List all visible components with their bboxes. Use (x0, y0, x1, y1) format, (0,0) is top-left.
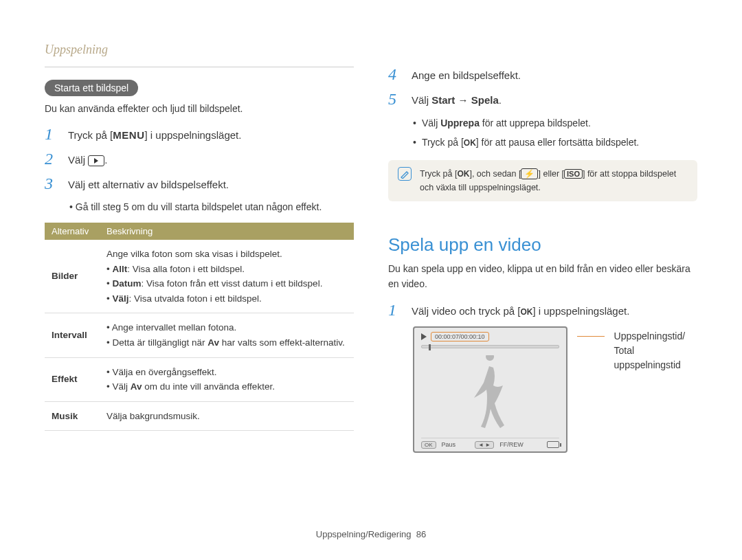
text: ] för att pausa eller fortsätta bildspel… (476, 137, 639, 148)
text: Detta är tillgängligt när (112, 337, 207, 348)
pencil-icon (400, 169, 409, 179)
spacer (388, 43, 697, 65)
lcd-figure: 00:00:07/00:00:10 OK Paus ◄ ► FF/REW Upp (413, 326, 697, 453)
subheading-pill: Starta ett bildspel (45, 80, 138, 96)
step-4: 4 Ange en bildspelseffekt. (388, 66, 697, 84)
opt-desc: Ange intervallet mellan fotona. Detta är… (100, 313, 354, 357)
play-icon (421, 333, 427, 340)
text: . (499, 94, 502, 106)
ok-icon: OK (520, 307, 532, 317)
sub-bullet: Gå till steg 5 om du vill starta bildspe… (69, 200, 354, 214)
text: Välj (68, 154, 88, 166)
text: Tryck på [ (420, 169, 457, 179)
table-row: Effekt Välja en övergångseffekt. Välj Av… (45, 357, 354, 401)
text: : Visa foton från ett visst datum i ett … (142, 278, 323, 289)
text: Tryck på [ (68, 129, 113, 141)
text: ] i uppspelningsläget. (144, 129, 241, 141)
opt-name: Bilder (45, 240, 100, 313)
flash-icon: ⚡ (521, 168, 538, 179)
text: : Visa alla foton i ett bildspel. (127, 264, 245, 274)
iso-icon: ISO (564, 169, 583, 179)
section-heading: Spela upp en video (388, 234, 697, 256)
text: om du inte vill använda effekter. (142, 381, 275, 392)
text: har valts som effekt-alternativ. (219, 337, 345, 348)
section-desc: Du kan spela upp en video, klippa ut en … (388, 261, 697, 292)
list-item: Detta är tillgängligt när Av har valts s… (106, 335, 347, 350)
right-column: 4 Ange en bildspelseffekt. 5 Välj Start … (388, 43, 697, 453)
text: Välj (422, 117, 440, 128)
page-number: 86 (416, 529, 426, 539)
ok-chip: OK (421, 441, 436, 449)
text: Tryck på [ (422, 137, 464, 148)
note-icon (398, 167, 412, 181)
bold: Av (131, 381, 142, 392)
text: Välj video och tryck på [ (412, 305, 520, 317)
step-number: 1 (45, 126, 58, 142)
list-item: Välj Av om du inte vill använda effekter… (106, 379, 347, 394)
note-box: Tryck på [OK], och sedan [⚡] eller [ISO]… (388, 160, 697, 201)
callout-text: Uppspelningstid/ Total uppspelningstid (614, 329, 697, 453)
triangle-icon (94, 158, 98, 164)
table-row: Intervall Ange intervallet mellan fotona… (45, 313, 354, 357)
bold: Upprepa (440, 117, 480, 128)
sub-list: Välj Upprepa för att upprepa bildspelet.… (413, 115, 697, 150)
opt-name: Effekt (45, 357, 100, 401)
text: Välj (412, 94, 431, 106)
step-number: 5 (388, 91, 402, 107)
ok-icon: OK (464, 138, 476, 148)
list-item: Ange intervallet mellan fotona. (106, 320, 347, 335)
lcd-topbar: 00:00:07/00:00:10 (421, 332, 559, 341)
progress-bar (421, 345, 559, 348)
opt-desc: Välja bakgrundsmusik. (100, 401, 354, 431)
lcd-screen: 00:00:07/00:00:10 OK Paus ◄ ► FF/REW (413, 326, 567, 453)
opt-name: Intervall (45, 313, 100, 357)
step-5: 5 Välj Start → Spela. (388, 91, 697, 109)
th-beskrivning: Beskrivning (100, 223, 354, 240)
bold: Start (431, 94, 455, 106)
lcd-content (421, 348, 559, 438)
ok-icon: OK (457, 169, 469, 179)
list-item: Välja en övergångseffekt. (106, 365, 347, 380)
lcd-bottombar: OK Paus ◄ ► FF/REW (421, 438, 559, 449)
page-footer: Uppspelning/Redigering 86 (0, 529, 742, 539)
list-item: Tryck på [OK] för att pausa eller fortsä… (413, 135, 697, 150)
paus-label: Paus (442, 441, 456, 448)
step-text: Välj . (68, 150, 107, 168)
menu-icon: MENU (113, 129, 144, 141)
intro-text: Du kan använda effekter och ljud till bi… (45, 102, 354, 116)
step-number: 2 (45, 150, 58, 167)
step-3: 3 Välj ett alternativ av bildspelseffekt… (45, 175, 354, 193)
step-text: Tryck på [MENU] i uppspelningsläget. (68, 126, 241, 144)
bold: Allt (112, 264, 127, 274)
steps-list: 4 Ange en bildspelseffekt. 5 Välj Start … (388, 66, 697, 201)
text: Välj (112, 381, 130, 392)
step-2: 2 Välj . (45, 150, 354, 168)
dancer-silhouette-icon (466, 355, 514, 431)
video-step-1: 1 Välj video och tryck på [OK] i uppspel… (388, 302, 697, 320)
ffrew-label: FF/REW (499, 441, 524, 448)
step-text: Välj video och tryck på [OK] i uppspelni… (412, 302, 629, 320)
text: : Visa utvalda foton i ett bildspel. (129, 293, 262, 304)
note-text: Tryck på [OK], och sedan [⚡] eller [ISO]… (420, 167, 688, 194)
step-text: Välj Start → Spela. (412, 91, 502, 109)
text: för att upprepa bildspelet. (480, 117, 591, 128)
text: ] i uppspelningsläget. (532, 305, 629, 317)
opt-desc: Välja en övergångseffekt. Välj Av om du … (100, 357, 354, 401)
step-number: 4 (388, 66, 402, 82)
battery-icon (547, 441, 559, 448)
divider (45, 67, 354, 67)
list-item: Allt: Visa alla foton i ett bildspel. (106, 262, 347, 277)
step-number: 3 (45, 175, 58, 192)
footer-text: Uppspelning/Redigering (316, 529, 412, 539)
list-item: Välj Upprepa för att upprepa bildspelet. (413, 115, 697, 131)
text: ], och sedan [ (469, 169, 521, 179)
opt-name: Musik (45, 401, 100, 431)
text: ] eller [ (538, 169, 564, 179)
bold: Datum (112, 278, 141, 289)
list-item: Datum: Visa foton från ett visst datum i… (106, 276, 347, 291)
arrow: → (455, 94, 471, 106)
table-row: Bilder Ange vilka foton som ska visas i … (45, 240, 354, 313)
step-number: 1 (388, 302, 402, 318)
step-text: Välj ett alternativ av bildspelseffekt. (68, 175, 229, 193)
list-item: Välj: Visa utvalda foton i ett bildspel. (106, 291, 347, 306)
